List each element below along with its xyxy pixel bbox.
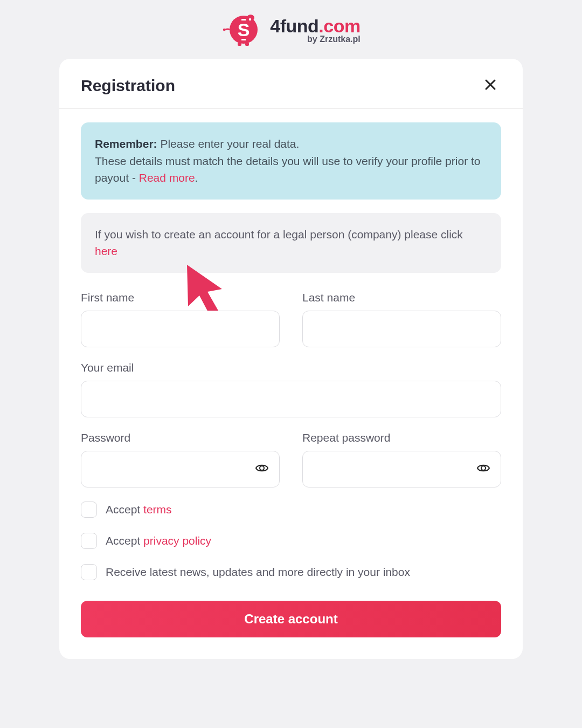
close-icon <box>484 78 497 91</box>
accept-terms-label: Accept terms <box>106 503 172 516</box>
close-button[interactable] <box>480 75 501 97</box>
first-name-label: First name <box>81 291 280 304</box>
toggle-repeat-password-visibility[interactable] <box>476 463 490 476</box>
email-label: Your email <box>81 361 501 374</box>
last-name-input[interactable] <box>302 311 501 347</box>
svg-point-5 <box>223 29 225 31</box>
newsletter-label: Receive latest news, updates and more di… <box>106 566 410 579</box>
svg-rect-3 <box>238 43 241 46</box>
accept-privacy-checkbox[interactable] <box>81 533 97 549</box>
repeat-password-label: Repeat password <box>302 431 501 444</box>
svg-rect-8 <box>241 39 246 40</box>
eye-icon <box>476 463 490 473</box>
info-remember-strong: Remember: <box>95 138 157 150</box>
password-input[interactable] <box>81 451 280 487</box>
first-name-input[interactable] <box>81 311 280 347</box>
newsletter-checkbox[interactable] <box>81 564 97 580</box>
registration-modal: Registration Remember: Please enter your… <box>59 59 523 659</box>
last-name-label: Last name <box>302 291 501 304</box>
brand-domain: .com <box>318 16 360 36</box>
svg-text:S: S <box>238 19 250 40</box>
read-more-link[interactable]: Read more <box>139 171 195 184</box>
info-remember: Remember: Please enter your real data. T… <box>81 122 501 200</box>
toggle-password-visibility[interactable] <box>255 463 269 476</box>
eye-icon <box>255 463 269 473</box>
svg-rect-4 <box>245 43 249 46</box>
brand-name: 4fund <box>270 16 318 36</box>
pig-icon: S <box>221 13 264 46</box>
modal-title: Registration <box>81 77 175 95</box>
brand-logo: S 4fund.com by Zrzutka.pl <box>0 13 582 48</box>
accept-terms-checkbox[interactable] <box>81 502 97 518</box>
create-account-button[interactable]: Create account <box>81 601 501 637</box>
svg-point-10 <box>260 466 264 470</box>
terms-link[interactable]: terms <box>143 503 172 516</box>
company-here-link[interactable]: here <box>95 245 117 257</box>
accept-privacy-label: Accept privacy policy <box>106 534 211 547</box>
password-label: Password <box>81 431 280 444</box>
info-company: If you wish to create an account for a l… <box>81 213 501 273</box>
svg-point-11 <box>481 466 486 470</box>
privacy-link[interactable]: privacy policy <box>143 534 211 547</box>
email-input[interactable] <box>81 381 501 417</box>
repeat-password-input[interactable] <box>302 451 501 487</box>
svg-rect-7 <box>241 19 246 20</box>
